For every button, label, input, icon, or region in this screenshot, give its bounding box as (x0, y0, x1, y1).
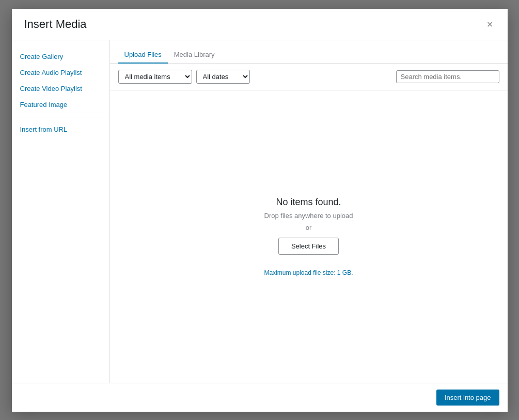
upload-area: No items found. Drop files anywhere to u… (110, 90, 508, 383)
modal-header: Insert Media × (12, 9, 508, 40)
sidebar-divider (12, 117, 109, 117)
filters-bar: All media items All dates (110, 64, 508, 90)
modal-footer: Insert into page (12, 383, 508, 412)
sidebar: Create Gallery Create Audio Playlist Cre… (12, 40, 110, 383)
max-upload-text: Maximum upload file size: 1 GB. (264, 269, 353, 276)
close-button[interactable]: × (485, 17, 495, 32)
tab-media-library[interactable]: Media Library (168, 46, 221, 64)
sidebar-item-create-gallery[interactable]: Create Gallery (12, 49, 109, 65)
sidebar-item-insert-from-url[interactable]: Insert from URL (12, 121, 109, 137)
dates-filter[interactable]: All dates (196, 70, 250, 84)
drop-files-text: Drop files anywhere to upload (264, 212, 353, 220)
insert-into-page-button[interactable]: Insert into page (436, 390, 499, 406)
max-upload-suffix: . (351, 269, 353, 276)
media-items-filter[interactable]: All media items (118, 70, 192, 84)
sidebar-item-create-audio-playlist[interactable]: Create Audio Playlist (12, 65, 109, 81)
modal-body: Create Gallery Create Audio Playlist Cre… (12, 40, 508, 383)
no-items-text: No items found. (276, 197, 341, 208)
max-upload-size: 1 GB (337, 269, 351, 276)
modal-overlay: Insert Media × Create Gallery Create Aud… (0, 0, 519, 420)
tab-upload-files[interactable]: Upload Files (118, 46, 168, 64)
sidebar-item-featured-image[interactable]: Featured Image (12, 97, 109, 113)
or-text: or (306, 224, 312, 231)
sidebar-item-create-video-playlist[interactable]: Create Video Playlist (12, 81, 109, 97)
max-upload-label: Maximum upload file size: (264, 269, 337, 276)
content-area: Upload Files Media Library All media ite… (110, 40, 508, 383)
modal-title: Insert Media (24, 18, 87, 31)
insert-media-modal: Insert Media × Create Gallery Create Aud… (12, 9, 508, 412)
select-files-button[interactable]: Select Files (278, 238, 339, 255)
search-input[interactable] (396, 70, 499, 83)
tabs-bar: Upload Files Media Library (110, 40, 508, 64)
